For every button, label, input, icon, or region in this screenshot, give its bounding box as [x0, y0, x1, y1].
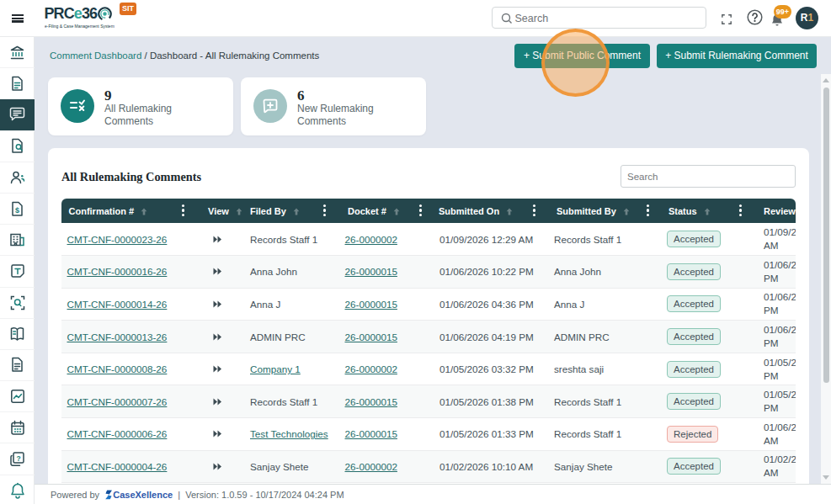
svg-text:$: $: [15, 205, 19, 214]
svg-text:?: ?: [16, 454, 20, 463]
